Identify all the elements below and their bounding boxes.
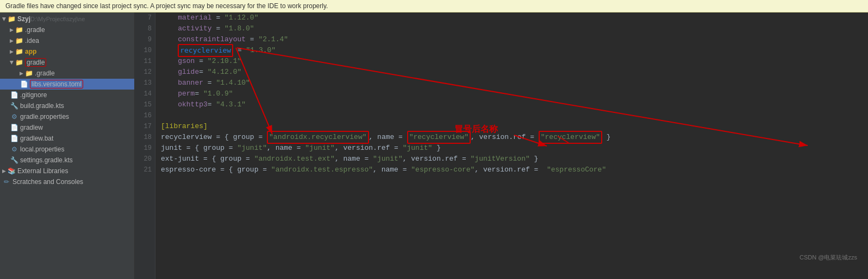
sidebar-item-libs-toml[interactable]: 📄 libs.versions.toml [0,79,134,90]
code-line-16 [161,110,863,121]
code-line-12: glide= "4.12.0" [161,67,863,78]
sidebar-label: External Libraries [17,167,68,175]
gradle-icon: 🔧 [10,102,18,110]
sidebar-item-scratches[interactable]: ✏ Scratches and Consoles [0,176,134,187]
props-icon: ⚙ [10,112,18,121]
recyclerview-key-box: recyclerview [178,44,233,57]
sidebar-label: gradle.properties [20,113,69,121]
code-line-14: perm= "1.0.9" [161,88,863,99]
arrow-icon: ▶ [10,38,14,43]
code-line-18: recyclerview = { group = "androidx.recyc… [161,132,863,143]
sidebar-label: app [25,48,36,55]
editor: 7 8 9 10 11 12 13 14 15 16 17 18 19 20 2… [135,12,868,279]
sidebar-label: gradlew.bat [20,135,53,142]
sidebar: ▶ 📁 Szyj D:\MyProject\szyj\ne ▶ 📁 .gradl… [0,12,135,279]
sidebar-label: .idea [25,37,39,45]
arrow-icon: ▶ [9,61,15,65]
code-line-9: constraintlayout = "2.1.4" [161,34,863,45]
arrow-icon: ▶ [20,71,23,76]
project-root[interactable]: ▶ 📁 Szyj D:\MyProject\szyj\ne [0,14,134,24]
sidebar-item-idea[interactable]: ▶ 📁 .idea [0,35,134,46]
code-line-10: recyclerview = "1.3.0" [161,45,863,56]
code-content[interactable]: material = "1.12.0" activity = "1.8.0" c… [155,12,868,279]
ext-libs-icon: 📚 [7,167,16,175]
project-path: D:\MyProject\szyj\ne [30,16,85,22]
sidebar-label: gradlew [20,124,43,131]
sidebar-label: .gradle [25,26,45,34]
notification-text: Gradle files have changed since last pro… [5,2,328,10]
sidebar-item-app[interactable]: ▶ 📁 app [0,46,134,57]
project-icon: 📁 [7,15,16,23]
project-name: Szyj [17,15,30,23]
props-icon: ⚙ [10,145,18,154]
group-value-box: "androidx.recyclerview" [267,131,369,144]
notification-bar: Gradle files have changed since last pro… [0,0,868,12]
sidebar-label: gradle [25,58,46,67]
gradle-icon: 🔧 [10,156,18,164]
sidebar-item-gradlew[interactable]: 📄 gradlew [0,122,134,133]
sidebar-label: libs.versions.toml [30,80,83,88]
folder-icon: 📁 [15,26,23,34]
watermark: CSDN @电菜珐城zzs [800,252,857,263]
sidebar-item-wrapper[interactable]: ▶ 📁 .gradle [0,68,134,79]
sidebar-item-external-libs[interactable]: ▶ 📚 External Libraries [0,166,134,176]
code-line-17: [libraries] [161,121,863,132]
arrow-icon: ▶ [10,27,14,33]
name-value-box: "recyclerview" [407,131,471,144]
code-line-8: activity = "1.8.0" [161,23,863,34]
sidebar-item-local-props[interactable]: ⚙ local.properties [0,144,134,155]
folder-icon: 📁 [15,58,23,67]
code-line-19: junit = { group = "junit", name = "junit… [161,143,863,154]
sidebar-label: build.gradle.kts [20,102,64,110]
code-line-21: espresso-core = { group = "androidx.test… [161,164,863,175]
sidebar-item-gradle-props[interactable]: ⚙ gradle.properties [0,111,134,122]
arrow-icon: ▶ [2,17,7,21]
folder-icon: 📁 [24,69,33,78]
sidebar-item-settings-gradle[interactable]: 🔧 settings.gradle.kts [0,155,134,166]
sidebar-label: .gitignore [20,91,47,99]
sidebar-item-gradle-dir[interactable]: ▶ 📁 .gradle [0,24,134,35]
sidebar-label: local.properties [20,145,64,153]
version-ref-value-box: "recyclerview" [539,131,602,144]
file-icon: 📄 [10,123,18,132]
file-icon: 📄 [10,134,18,143]
sidebar-label: Scratches and Consoles [13,178,83,186]
toml-icon: 📄 [20,80,28,88]
code-line-13: banner = "1.4.10" [161,78,863,88]
sidebar-label: settings.gradle.kts [20,156,73,164]
sidebar-item-build-gradle[interactable]: 🔧 build.gradle.kts [0,100,134,111]
code-line-7: material = "1.12.0" [161,12,863,23]
code-line-11: gson = "2.10.1" [161,56,863,67]
sidebar-item-gradle-parent[interactable]: ▶ 📁 gradle [0,57,134,68]
arrow-icon: ▶ [10,49,14,54]
code-line-20: ext-junit = { group = "androidx.test.ext… [161,154,863,164]
file-icon: 📄 [10,91,18,99]
line-numbers: 7 8 9 10 11 12 13 14 15 16 17 18 19 20 2… [135,12,155,279]
code-line-15: okhttp3= "4.3.1" [161,99,863,110]
arrow-icon: ▶ [2,168,6,174]
scratch-icon: ✏ [2,177,11,186]
folder-icon: 📁 [15,47,23,56]
folder-icon: 📁 [15,36,23,45]
sidebar-item-gradlew-bat[interactable]: 📄 gradlew.bat [0,133,134,144]
sidebar-label: .gradle [35,69,55,77]
sidebar-item-gitignore[interactable]: 📄 .gitignore [0,90,134,100]
